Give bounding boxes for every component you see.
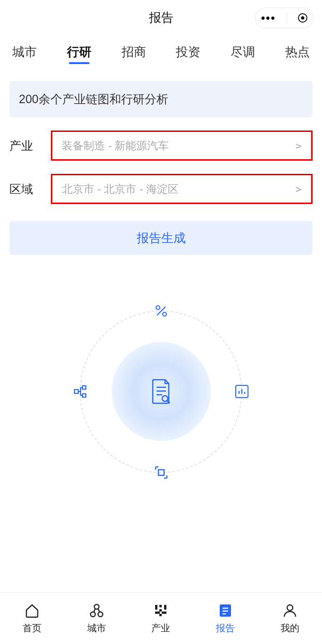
tab-investment[interactable]: 投资	[176, 44, 200, 64]
svg-line-7	[157, 307, 165, 315]
tab-due-diligence[interactable]: 尽调	[231, 44, 255, 64]
region-label: 区域	[9, 181, 42, 197]
nav-city[interactable]: 城市	[65, 593, 129, 644]
svg-rect-13	[74, 390, 78, 393]
industry-label: 产业	[9, 138, 42, 154]
bar-chart-icon	[234, 383, 250, 399]
svg-rect-27	[159, 614, 162, 616]
home-icon	[24, 602, 41, 619]
form-row-industry: 产业 装备制造 - 新能源汽车 >	[0, 130, 322, 161]
bottom-nav: 首页 城市 产业 报告 我的	[0, 592, 322, 644]
capsule-separator	[287, 13, 287, 23]
svg-rect-26	[162, 611, 166, 614]
chevron-right-icon: >	[296, 183, 302, 195]
industry-select[interactable]: 装备制造 - 新能源汽车 >	[51, 130, 313, 161]
nav-profile-label: 我的	[281, 622, 299, 635]
nav-city-label: 城市	[87, 622, 106, 635]
svg-rect-23	[159, 609, 162, 611]
inner-circle	[112, 342, 211, 441]
svg-point-5	[156, 306, 160, 310]
svg-point-18	[94, 604, 99, 609]
category-tabs: 城市 行研 招商 投资 尽调 热点	[0, 35, 322, 73]
mini-program-capsule: •••	[255, 8, 314, 28]
svg-point-17	[98, 612, 103, 617]
nav-profile[interactable]: 我的	[257, 593, 322, 644]
nav-industry-label: 产业	[151, 622, 170, 635]
nav-industry[interactable]: 产业	[129, 593, 193, 644]
svg-point-6	[163, 312, 166, 316]
percent-icon	[153, 303, 169, 319]
nav-home-label: 首页	[23, 622, 41, 635]
info-banner: 200余个产业链图和行研分析	[9, 81, 313, 117]
more-icon[interactable]: •••	[261, 12, 276, 24]
tab-city[interactable]: 城市	[12, 44, 37, 64]
region-select[interactable]: 北京市 - 北京市 - 海淀区 >	[51, 174, 313, 204]
nav-report-label: 报告	[216, 622, 235, 635]
page-title: 报告	[149, 9, 173, 26]
svg-rect-24	[164, 605, 166, 610]
report-icon	[217, 602, 234, 619]
svg-line-19	[94, 609, 95, 612]
svg-rect-21	[155, 605, 157, 610]
chevron-right-icon: >	[296, 140, 302, 152]
dashed-ring	[80, 310, 242, 473]
generate-report-button[interactable]: 报告生成	[9, 221, 313, 255]
tab-hotspot[interactable]: 热点	[285, 44, 310, 64]
grid-icon	[152, 602, 169, 619]
svg-rect-22	[159, 605, 162, 607]
tree-icon	[72, 383, 88, 399]
tab-research[interactable]: 行研	[67, 44, 91, 64]
svg-rect-15	[83, 394, 86, 397]
industry-placeholder: 装备制造 - 新能源汽车	[62, 139, 169, 153]
region-placeholder: 北京市 - 北京市 - 海淀区	[62, 182, 179, 196]
nav-report[interactable]: 报告	[193, 593, 258, 644]
svg-point-32	[287, 605, 293, 611]
nav-home[interactable]: 首页	[0, 593, 65, 644]
close-target-icon[interactable]	[298, 13, 307, 23]
tab-investment-attraction[interactable]: 招商	[122, 44, 146, 64]
user-icon	[281, 602, 298, 619]
svg-rect-25	[155, 611, 160, 614]
header-bar: 报告 •••	[0, 0, 322, 35]
nodes-icon	[88, 602, 105, 619]
svg-rect-12	[158, 470, 164, 475]
form-row-region: 区域 北京市 - 北京市 - 海淀区 >	[0, 174, 322, 204]
svg-rect-14	[83, 386, 86, 389]
illustration	[0, 293, 322, 490]
document-search-icon	[151, 379, 172, 404]
scan-icon	[153, 465, 169, 481]
svg-line-20	[98, 609, 99, 612]
svg-point-16	[91, 612, 95, 617]
